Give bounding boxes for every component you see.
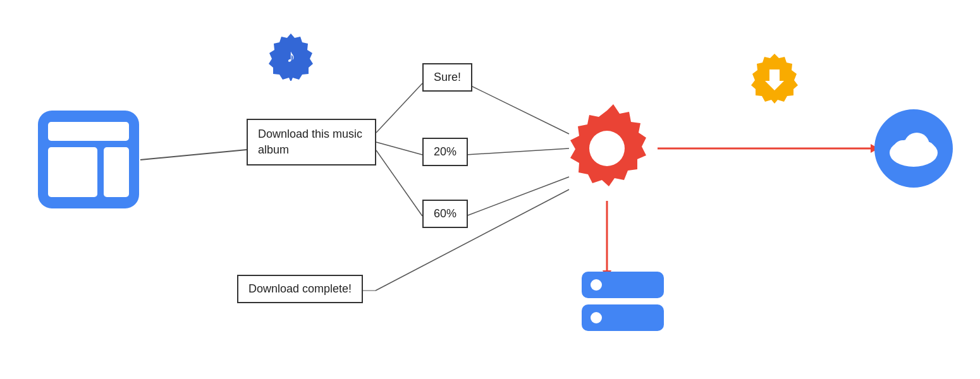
twenty-percent-message: 20% (422, 138, 468, 166)
download-album-text: Download this music album (258, 128, 362, 156)
sure-text: Sure! (434, 71, 461, 83)
sure-message: Sure! (422, 63, 472, 92)
browser-app-icon (38, 111, 139, 208)
svg-line-4 (466, 83, 569, 134)
processing-gear-icon (556, 98, 658, 199)
browser-main-panel (48, 147, 97, 197)
browser-side-panel (104, 147, 129, 197)
database-item-2 (582, 304, 664, 331)
sixty-percent-text: 60% (434, 207, 456, 220)
svg-line-7 (376, 190, 569, 291)
download-badge-icon (746, 51, 803, 107)
svg-line-3 (376, 150, 422, 216)
browser-bottom (48, 147, 129, 197)
svg-line-6 (466, 177, 569, 216)
db-dot-2 (591, 312, 602, 323)
svg-line-5 (466, 148, 569, 155)
download-complete-text: Download complete! (248, 282, 352, 295)
db-dot-1 (591, 279, 602, 291)
sixty-percent-message: 60% (422, 200, 468, 228)
database-item-1 (582, 272, 664, 298)
database-stack (582, 272, 664, 337)
arrows-svg (0, 0, 980, 379)
svg-point-14 (589, 131, 625, 166)
svg-line-2 (376, 142, 422, 155)
browser-top-bar (48, 122, 129, 141)
svg-line-0 (140, 150, 247, 160)
cloud-storage-icon (873, 107, 955, 190)
music-badge-icon: ♪ (266, 30, 316, 81)
svg-point-20 (917, 141, 935, 159)
download-complete-message: Download complete! (237, 275, 363, 303)
svg-text:♪: ♪ (286, 46, 295, 66)
svg-line-1 (376, 83, 422, 133)
download-album-message: Download this music album (247, 119, 376, 165)
diagram-canvas: ♪ Download this music album Sure! 20% 60… (0, 0, 980, 379)
twenty-percent-text: 20% (434, 145, 456, 158)
